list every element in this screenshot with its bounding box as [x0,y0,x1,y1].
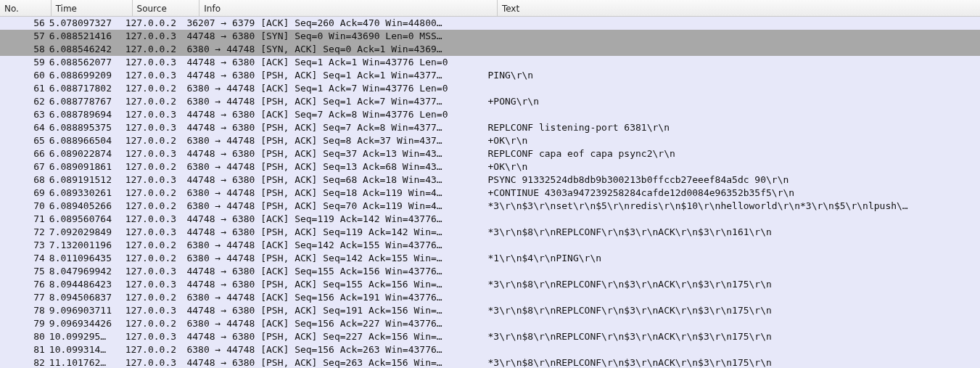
cell-text: REPLCONF listening-port 6381\r\n [488,121,980,134]
table-row[interactable]: 799.096934426127.0.0.26380 → 44748 [ACK]… [0,317,980,330]
cell-source: 127.0.0.3 [125,173,187,187]
table-row[interactable]: 636.088789694127.0.0.344748 → 6380 [ACK]… [0,108,980,121]
cell-no: 69 [1,187,49,200]
table-row[interactable]: 8110.099314…127.0.0.26380 → 44748 [ACK] … [0,343,980,356]
cell-text [488,343,980,356]
cell-text: *3\r\n$8\r\nREPLCONF\r\n$3\r\nACK\r\n$3\… [488,356,980,368]
cell-text [488,213,980,226]
cell-time: 8.094506837 [49,291,125,304]
table-row[interactable]: 666.089022874127.0.0.344748 → 6380 [PSH,… [0,147,980,160]
cell-info: 6380 → 44748 [PSH, ACK] Seq=8 Ack=37 Win… [186,134,487,147]
table-row[interactable]: 576.088521416127.0.0.344748 → 6380 [SYN]… [0,30,980,43]
cell-source: 127.0.0.2 [125,82,187,95]
cell-no: 68 [1,173,49,187]
table-row[interactable]: 727.092029849127.0.0.344748 → 6380 [PSH,… [0,226,980,239]
cell-info: 44748 → 6380 [PSH, ACK] Seq=119 Ack=142 … [186,226,487,239]
column-header-no[interactable]: No. [0,0,52,16]
table-row[interactable]: 606.088699209127.0.0.344748 → 6380 [PSH,… [0,69,980,82]
cell-source: 127.0.0.2 [125,317,187,330]
cell-info: 44748 → 6380 [PSH, ACK] Seq=155 Ack=156 … [186,278,487,291]
cell-info: 44748 → 6380 [PSH, ACK] Seq=1 Ack=1 Win=… [186,69,487,82]
cell-time: 6.089560764 [49,213,125,226]
table-row[interactable]: 676.089091861127.0.0.26380 → 44748 [PSH,… [0,160,980,173]
cell-no: 64 [1,121,49,134]
table-row[interactable]: 778.094506837127.0.0.26380 → 44748 [ACK]… [0,291,980,304]
cell-time: 8.011096435 [49,252,125,265]
cell-info: 44748 → 6380 [SYN] Seq=0 Win=43690 Len=0… [186,30,487,43]
column-header-source[interactable]: Source [133,0,200,16]
table-row[interactable]: 716.089560764127.0.0.344748 → 6380 [ACK]… [0,213,980,226]
cell-text: +OK\r\n [488,160,980,173]
table-row[interactable]: 626.088778767127.0.0.26380 → 44748 [PSH,… [0,95,980,108]
table-row[interactable]: 696.089330261127.0.0.26380 → 44748 [PSH,… [0,187,980,200]
cell-info: 6380 → 44748 [PSH, ACK] Seq=142 Ack=155 … [186,252,487,265]
cell-text: +CONTINUE 4303a947239258284cafde12d0084e… [488,187,980,200]
table-row[interactable]: 758.047969942127.0.0.344748 → 6380 [ACK]… [0,265,980,278]
cell-info: 6380 → 44748 [ACK] Seq=156 Ack=263 Win=4… [186,343,487,356]
column-header-info[interactable]: Info [199,0,498,16]
cell-text: +PONG\r\n [488,95,980,108]
cell-time: 6.088699209 [49,69,125,82]
table-row[interactable]: 768.094486423127.0.0.344748 → 6380 [PSH,… [0,278,980,291]
cell-source: 127.0.0.3 [125,330,187,343]
cell-info: 6380 → 44748 [PSH, ACK] Seq=70 Ack=119 W… [186,200,487,213]
cell-source: 127.0.0.3 [125,147,187,160]
cell-source: 127.0.0.3 [125,356,187,368]
table-row[interactable]: 565.078097327127.0.0.236207 → 6379 [ACK]… [0,17,980,30]
cell-source: 127.0.0.3 [125,56,187,69]
table-row[interactable]: 616.088717802127.0.0.26380 → 44748 [ACK]… [0,82,980,95]
cell-text: +OK\r\n [488,134,980,147]
cell-source: 127.0.0.2 [125,252,187,265]
table-row[interactable]: 686.089191512127.0.0.344748 → 6380 [PSH,… [0,173,980,187]
column-header-time[interactable]: Time [52,0,133,16]
cell-source: 127.0.0.2 [125,291,187,304]
column-header-text[interactable]: Text [498,0,980,16]
cell-time: 6.089330261 [49,187,125,200]
cell-time: 6.088717802 [49,82,125,95]
cell-info: 6380 → 44748 [PSH, ACK] Seq=13 Ack=68 Wi… [186,160,487,173]
cell-no: 65 [1,134,49,147]
cell-time: 10.099295… [49,330,125,343]
cell-info: 44748 → 6380 [PSH, ACK] Seq=68 Ack=18 Wi… [186,173,487,187]
cell-source: 127.0.0.2 [125,95,187,108]
table-row[interactable]: 8010.099295…127.0.0.344748 → 6380 [PSH, … [0,330,980,343]
table-row[interactable]: 596.088562077127.0.0.344748 → 6380 [ACK]… [0,56,980,69]
cell-no: 58 [1,43,49,56]
table-row[interactable]: 656.088966504127.0.0.26380 → 44748 [PSH,… [0,134,980,147]
packet-list[interactable]: No. Time Source Info Text 565.0780973271… [0,0,980,368]
cell-text [488,265,980,278]
cell-time: 10.099314… [49,343,125,356]
cell-time: 7.092029849 [49,226,125,239]
cell-no: 66 [1,147,49,160]
cell-info: 44748 → 6380 [ACK] Seq=155 Ack=156 Win=4… [186,265,487,278]
table-row[interactable]: 586.088546242127.0.0.26380 → 44748 [SYN,… [0,43,980,56]
cell-source: 127.0.0.2 [125,43,187,56]
cell-source: 127.0.0.2 [125,160,187,173]
cell-time: 6.088895375 [49,121,125,134]
table-row[interactable]: 646.088895375127.0.0.344748 → 6380 [PSH,… [0,121,980,134]
table-row[interactable]: 789.096903711127.0.0.344748 → 6380 [PSH,… [0,304,980,317]
cell-no: 82 [1,356,49,368]
cell-text [488,82,980,95]
cell-source: 127.0.0.3 [125,265,187,278]
table-row[interactable]: 737.132001196127.0.0.26380 → 44748 [ACK]… [0,239,980,252]
cell-time: 6.089191512 [49,173,125,187]
table-row[interactable]: 706.089405266127.0.0.26380 → 44748 [PSH,… [0,200,980,213]
cell-text: *3\r\n$8\r\nREPLCONF\r\n$3\r\nACK\r\n$3\… [488,304,980,317]
cell-info: 44748 → 6380 [PSH, ACK] Seq=7 Ack=8 Win=… [186,121,487,134]
cell-no: 77 [1,291,49,304]
cell-no: 70 [1,200,49,213]
cell-no: 57 [1,30,49,43]
cell-no: 59 [1,56,49,69]
cell-time: 6.088778767 [49,95,125,108]
cell-text [488,291,980,304]
cell-time: 6.088966504 [49,134,125,147]
table-row[interactable]: 748.011096435127.0.0.26380 → 44748 [PSH,… [0,252,980,265]
cell-text: *1\r\n$4\r\nPING\r\n [488,252,980,265]
cell-source: 127.0.0.2 [125,187,187,200]
packet-rows: 565.078097327127.0.0.236207 → 6379 [ACK]… [0,17,980,368]
table-row[interactable]: 8211.101762…127.0.0.344748 → 6380 [PSH, … [0,356,980,368]
cell-source: 127.0.0.3 [125,108,187,121]
cell-info: 44748 → 6380 [ACK] Seq=7 Ack=8 Win=43776… [186,108,487,121]
column-header-row: No. Time Source Info Text [0,0,980,17]
